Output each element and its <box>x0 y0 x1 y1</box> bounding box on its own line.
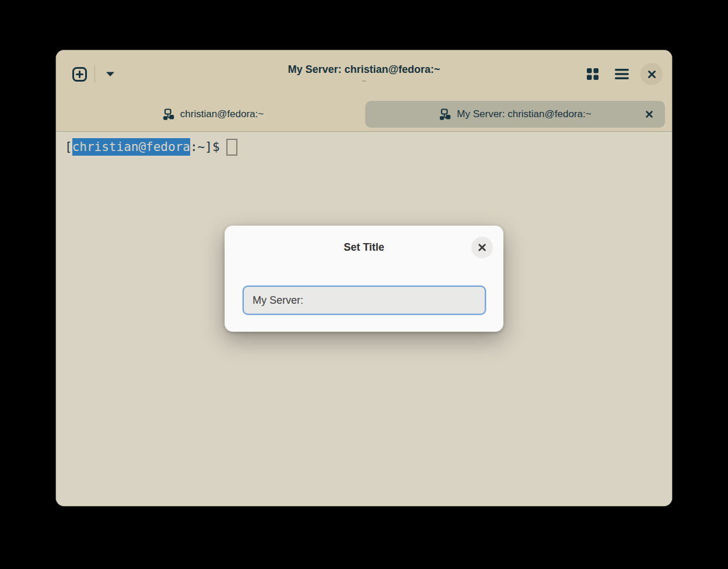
tab-my-server[interactable]: My Server: christian@fedora:~ <box>365 101 665 128</box>
tab-bar: christian@fedora:~ My Server: christian@… <box>56 98 672 132</box>
prompt-open: [ <box>65 138 72 156</box>
tab-label: christian@fedora:~ <box>180 108 264 120</box>
prompt-selected-text: christian@fedora <box>72 138 190 156</box>
new-tab-menu-button[interactable] <box>100 64 121 85</box>
headerbar: My Server: christian@fedora:~ ~ <box>56 50 672 98</box>
window-title-area: My Server: christian@fedora:~ ~ <box>288 63 440 86</box>
title-input[interactable] <box>243 286 486 315</box>
plus-in-square-icon <box>72 66 88 82</box>
tab-close-button[interactable] <box>643 108 656 121</box>
tab-christian-fedora[interactable]: christian@fedora:~ <box>63 101 363 128</box>
network-host-icon <box>439 108 451 121</box>
tab-label: My Server: christian@fedora:~ <box>457 108 591 120</box>
tab-overview-button[interactable] <box>582 64 603 85</box>
dialog-title: Set Title <box>344 241 384 254</box>
headerbar-left-controls <box>69 50 121 98</box>
set-title-dialog: Set Title <box>225 226 503 332</box>
window-title: My Server: christian@fedora:~ <box>288 63 440 76</box>
prompt-rest: :~]$ <box>190 138 220 156</box>
close-x-icon <box>645 110 653 118</box>
grid-2x2-icon <box>586 67 600 81</box>
window-subtitle: ~ <box>362 77 366 86</box>
window-close-button[interactable] <box>640 63 663 85</box>
hamburger-icon <box>614 68 629 80</box>
caret-down-icon <box>106 71 115 77</box>
desktop-background: My Server: christian@fedora:~ ~ <box>0 0 728 569</box>
shell-prompt: [christian@fedora:~]$ <box>65 138 663 156</box>
close-x-icon <box>478 243 487 252</box>
network-host-icon <box>162 108 174 121</box>
close-x-icon <box>648 70 656 79</box>
dialog-header: Set Title <box>225 226 503 269</box>
header-separator <box>94 65 95 83</box>
main-menu-button[interactable] <box>611 64 632 85</box>
new-tab-button[interactable] <box>69 64 90 85</box>
headerbar-right-controls <box>582 50 663 98</box>
dialog-close-button[interactable] <box>471 237 493 258</box>
terminal-cursor <box>226 139 237 156</box>
